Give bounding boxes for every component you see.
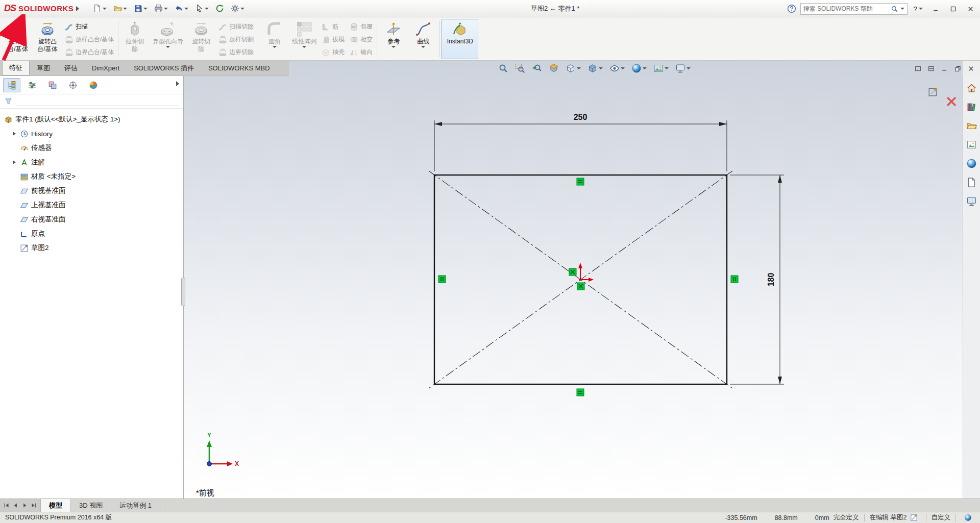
- custom-properties-button[interactable]: [965, 176, 978, 189]
- brand-flyout-arrow-icon[interactable]: [76, 6, 79, 11]
- view-palette-button[interactable]: [965, 138, 978, 151]
- tree-item-front-plane[interactable]: 前视基准面: [4, 184, 183, 198]
- tab-sketch[interactable]: 草图: [30, 61, 57, 76]
- constraint-icon-center-b[interactable]: [577, 283, 584, 290]
- help-circle-icon[interactable]: [787, 4, 796, 13]
- doc-minimize-button[interactable]: [939, 63, 949, 73]
- featuremanager-tab[interactable]: [3, 78, 20, 92]
- split-vertical-button[interactable]: [913, 63, 923, 73]
- exit-sketch-icon[interactable]: [928, 86, 939, 97]
- dimension-width[interactable]: 250: [434, 113, 727, 171]
- graphics-viewport[interactable]: 250 180: [184, 61, 963, 499]
- extruded-cut-button[interactable]: 拉伸切 除: [120, 19, 150, 59]
- hide-show-items-button[interactable]: [608, 62, 626, 74]
- open-button[interactable]: [111, 2, 130, 15]
- dimension-height-value[interactable]: 180: [767, 273, 775, 287]
- wrap-button[interactable]: 包覆: [347, 21, 375, 32]
- design-library-button[interactable]: [965, 100, 978, 113]
- curves-button[interactable]: 曲线: [408, 19, 438, 59]
- tree-item-origin[interactable]: 原点: [4, 227, 183, 241]
- tab-model[interactable]: 模型: [41, 499, 71, 512]
- configurationmanager-tab[interactable]: [44, 78, 61, 92]
- next-tab-button[interactable]: [20, 501, 29, 510]
- hole-wizard-button[interactable]: 异型孔向导: [150, 19, 186, 59]
- resources-home-button[interactable]: [965, 81, 978, 94]
- sketch-canvas[interactable]: 250 180: [184, 61, 963, 499]
- filter-funnel-icon[interactable]: [5, 97, 12, 105]
- print-button[interactable]: [152, 2, 170, 15]
- minimize-button[interactable]: [929, 3, 942, 15]
- custom-units-selector[interactable]: 自定义: [932, 513, 951, 522]
- constraint-icon-center-a[interactable]: [569, 268, 576, 276]
- file-explorer-button[interactable]: [965, 119, 978, 132]
- reference-geometry-button[interactable]: 参考: [379, 19, 408, 59]
- revolved-cut-button[interactable]: 旋转切 除: [186, 19, 216, 59]
- extruded-boss-button[interactable]: 拉伸凸 台/基体: [3, 19, 33, 59]
- panel-collapse-arrow[interactable]: [176, 81, 179, 86]
- save-button[interactable]: [131, 2, 150, 15]
- appearances-button[interactable]: [965, 157, 978, 170]
- search-icon[interactable]: [891, 5, 898, 13]
- split-horizontal-button[interactable]: [926, 63, 936, 73]
- tree-item-top-plane[interactable]: 上视基准面: [4, 198, 183, 212]
- shell-button[interactable]: 抽壳: [319, 47, 347, 58]
- lofted-cut-button[interactable]: 放样切割: [216, 34, 256, 45]
- rib-button[interactable]: 筋: [319, 21, 347, 32]
- constraint-icon-bottom-midpoint[interactable]: [577, 389, 584, 396]
- help-search-box[interactable]: [800, 3, 908, 15]
- zoom-area-button[interactable]: [513, 62, 527, 74]
- dimxpertmanager-tab[interactable]: [64, 78, 82, 92]
- fillet-button[interactable]: 圆角: [260, 19, 289, 59]
- tree-item-right-plane[interactable]: 右视基准面: [4, 212, 183, 227]
- last-tab-button[interactable]: [30, 501, 38, 510]
- instant3d-button[interactable]: Instant3D: [442, 19, 478, 59]
- previous-view-button[interactable]: [530, 62, 544, 74]
- tab-3d-views[interactable]: 3D 视图: [71, 499, 111, 512]
- doc-close-button[interactable]: [966, 63, 976, 73]
- tab-mbd[interactable]: SOLIDWORKS MBD: [201, 61, 277, 76]
- tree-item-history[interactable]: History: [4, 127, 183, 141]
- lofted-boss-button[interactable]: 放样凸台/基体: [62, 34, 116, 45]
- doc-restore-button[interactable]: [952, 63, 963, 73]
- select-button[interactable]: [192, 2, 211, 15]
- tree-root-part[interactable]: 零件1 (默认<<默认>_显示状态 1>): [4, 112, 183, 127]
- close-button[interactable]: [964, 3, 977, 15]
- propertymanager-tab[interactable]: [23, 78, 41, 92]
- tab-addins[interactable]: SOLIDWORKS 插件: [127, 61, 201, 76]
- expander-icon[interactable]: [13, 132, 16, 136]
- display-style-button[interactable]: [586, 62, 604, 74]
- tree-item-material[interactable]: 材质 <未指定>: [4, 169, 183, 184]
- constraint-icon-top-midpoint[interactable]: [577, 178, 584, 185]
- dimension-width-value[interactable]: 250: [574, 113, 587, 121]
- constraint-icon-left-midpoint[interactable]: [438, 276, 446, 283]
- boundary-cut-button[interactable]: 边界切除: [216, 47, 256, 58]
- tab-evaluate[interactable]: 评估: [57, 61, 85, 76]
- tree-item-annotations[interactable]: 注解: [4, 155, 183, 169]
- tab-motion-study[interactable]: 运动算例 1: [111, 499, 160, 512]
- view-settings-button[interactable]: [674, 62, 692, 74]
- first-tab-button[interactable]: [2, 501, 11, 510]
- revolved-boss-button[interactable]: 旋转凸 台/基体: [33, 19, 62, 59]
- section-view-button[interactable]: [547, 62, 560, 74]
- tab-features[interactable]: 特征: [2, 61, 30, 76]
- constraint-icon-right-midpoint[interactable]: [731, 276, 738, 283]
- panel-splitter-handle[interactable]: [181, 278, 185, 306]
- swept-boss-button[interactable]: 扫描: [62, 21, 116, 32]
- new-button[interactable]: [90, 2, 109, 15]
- maximize-button[interactable]: [946, 3, 960, 15]
- tab-dimxpert[interactable]: DimXpert: [85, 61, 127, 76]
- view-orientation-button[interactable]: [564, 62, 582, 74]
- sketch-origin[interactable]: [578, 263, 594, 282]
- tree-item-sketch2[interactable]: 草图2: [4, 241, 183, 255]
- mirror-button[interactable]: 镜向: [347, 47, 375, 58]
- solidworks-forum-button[interactable]: [965, 194, 978, 208]
- previous-tab-button[interactable]: [11, 501, 20, 510]
- search-scope-caret[interactable]: [900, 8, 904, 10]
- linear-pattern-button[interactable]: 线性阵列: [289, 19, 319, 59]
- search-input[interactable]: [803, 5, 889, 12]
- help-menu[interactable]: ?: [912, 5, 925, 13]
- swept-cut-button[interactable]: 扫描切除: [216, 21, 256, 32]
- cancel-sketch-icon[interactable]: [946, 96, 957, 107]
- undo-button[interactable]: [172, 2, 191, 15]
- displaymanager-tab[interactable]: [85, 78, 102, 92]
